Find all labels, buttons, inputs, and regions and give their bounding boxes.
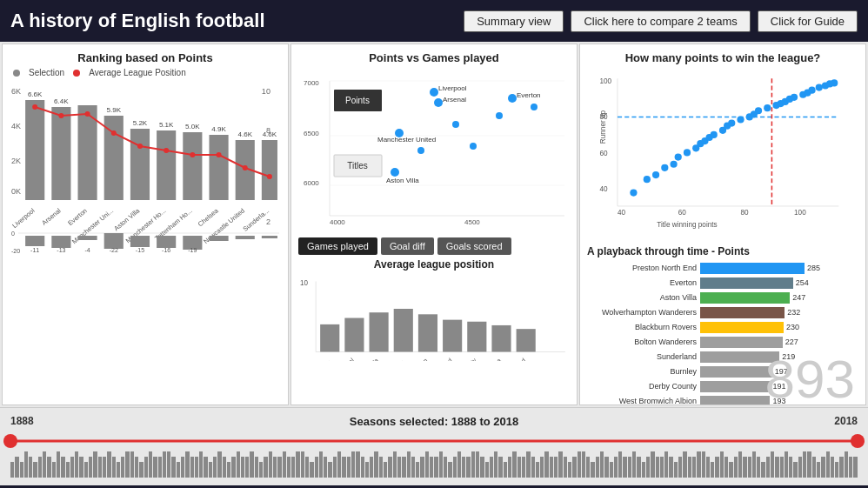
- svg-rect-20: [183, 132, 202, 200]
- svg-text:-20: -20: [11, 248, 20, 254]
- histogram-bar: [536, 462, 539, 478]
- histogram-bar: [296, 451, 299, 478]
- histogram-bar: [130, 451, 134, 478]
- slider-track[interactable]: [10, 432, 858, 450]
- histogram-bar: [393, 451, 397, 478]
- histogram-bar: [831, 457, 834, 478]
- histogram-bar: [826, 451, 830, 478]
- histogram-bar: [305, 457, 309, 478]
- histogram-bar: [185, 451, 189, 478]
- svg-text:Titles: Titles: [347, 161, 368, 170]
- timeline-top: 1888 Seasons selected: 1888 to 2018 2018: [10, 411, 858, 431]
- svg-point-147: [711, 131, 718, 138]
- avg-legend-label: Average League Position: [89, 68, 186, 77]
- timeline-section: 1888 Seasons selected: 1888 to 2018 2018: [0, 407, 868, 485]
- histogram-bar: [171, 457, 175, 478]
- histogram-bar: [572, 457, 576, 478]
- histogram-bar: [678, 457, 682, 478]
- ranking-bar-chart: 6K 4K 2K 0K 10 8 6 4 2 6.6K 6.4K: [10, 81, 281, 255]
- svg-text:Arsenal: Arsenal: [335, 356, 356, 361]
- svg-point-154: [755, 107, 762, 114]
- guide-button[interactable]: Click for Guide: [758, 10, 858, 32]
- histogram-bar: [283, 451, 286, 478]
- slider-line: [10, 440, 858, 443]
- histogram-bar: [853, 457, 857, 478]
- bar-list-bar: 230: [700, 321, 799, 333]
- histogram-bar: [259, 462, 263, 478]
- svg-point-141: [675, 153, 682, 160]
- histogram-bar: [517, 457, 521, 478]
- histogram-bar: [817, 462, 820, 478]
- histogram-bar: [52, 462, 56, 478]
- svg-text:Everton: Everton: [408, 357, 429, 361]
- tab-goal-diff[interactable]: Goal diff: [381, 237, 434, 255]
- bar-fill: [700, 292, 790, 304]
- svg-text:Manchester United: Manchester United: [377, 136, 436, 144]
- svg-text:4000: 4000: [330, 218, 345, 226]
- bar-fill: [700, 277, 793, 289]
- histogram-bar: [544, 451, 548, 478]
- histogram-bar: [384, 462, 387, 478]
- svg-rect-108: [418, 314, 437, 351]
- bar-fill: [700, 366, 772, 378]
- tab-games-played[interactable]: Games played: [298, 237, 377, 255]
- svg-point-140: [670, 161, 677, 168]
- histogram-bar: [692, 457, 696, 478]
- svg-point-155: [764, 104, 771, 111]
- svg-text:60: 60: [678, 209, 687, 217]
- histogram-bar: [29, 457, 32, 478]
- bar-list-team-name: Wolverhampton Wanderers: [587, 308, 700, 317]
- bar-list-bar: 227: [700, 336, 798, 348]
- svg-rect-66: [236, 236, 255, 239]
- bar-list-value: 230: [786, 323, 799, 331]
- histogram-bar: [582, 451, 585, 478]
- histogram-bar: [618, 451, 622, 478]
- svg-point-99: [531, 104, 537, 110]
- svg-text:Everton: Everton: [517, 91, 541, 99]
- points-scatter-chart: 100 80 60 40 Runner up 40 60 80 100 Titl…: [587, 68, 858, 242]
- histogram-bar: [107, 451, 110, 478]
- slider-handle-left[interactable]: [3, 434, 17, 448]
- histogram-bar: [480, 457, 484, 478]
- bar-fill: [700, 381, 770, 392]
- histogram-bar: [849, 457, 852, 478]
- bar-list-team-name: Aston Villa: [587, 293, 700, 302]
- svg-text:-13: -13: [57, 247, 65, 253]
- compare-teams-button[interactable]: Click here to compare 2 teams: [571, 10, 750, 32]
- histogram-bar: [706, 457, 710, 478]
- histogram-bar: [604, 457, 608, 478]
- histogram-bar: [485, 462, 489, 478]
- bar-fill: [700, 396, 770, 406]
- svg-text:Aston Villa: Aston Villa: [386, 177, 419, 184]
- svg-rect-59: [130, 236, 150, 247]
- svg-rect-61: [157, 236, 176, 248]
- bar-list-row: Everton254: [587, 276, 858, 290]
- histogram-bar: [24, 451, 28, 478]
- histogram-bar: [245, 457, 249, 478]
- slider-handle-right[interactable]: [851, 434, 865, 448]
- histogram-bar: [204, 457, 207, 478]
- bar-list-team-name: Burnley: [587, 367, 700, 376]
- svg-point-150: [728, 119, 735, 126]
- svg-text:-11: -11: [30, 247, 39, 253]
- bar-fill: [700, 337, 783, 348]
- histogram-bar: [241, 457, 244, 478]
- tab-goals-scored[interactable]: Goals scored: [437, 237, 511, 255]
- histogram-bar: [476, 451, 479, 478]
- histogram-bar: [351, 451, 355, 478]
- histogram-bar: [407, 451, 411, 478]
- svg-point-28: [32, 104, 37, 110]
- scatter-svg: 7000 6500 6000 4000 4500 Points Titles: [298, 68, 570, 229]
- histogram-bar: [812, 457, 816, 478]
- histogram-bar: [498, 457, 502, 478]
- page-title: A history of English football: [10, 10, 457, 32]
- svg-rect-65: [209, 236, 228, 241]
- summary-view-button[interactable]: Summary view: [464, 10, 564, 32]
- histogram-bar: [217, 451, 221, 478]
- left-panel-title: Ranking based on Points: [10, 51, 281, 64]
- bar-list-row: Bolton Wanderers227: [587, 335, 858, 349]
- histogram-bar: [264, 457, 267, 478]
- histogram-bar: [324, 457, 327, 478]
- histogram-bar: [209, 462, 212, 478]
- histogram-bar: [79, 457, 83, 478]
